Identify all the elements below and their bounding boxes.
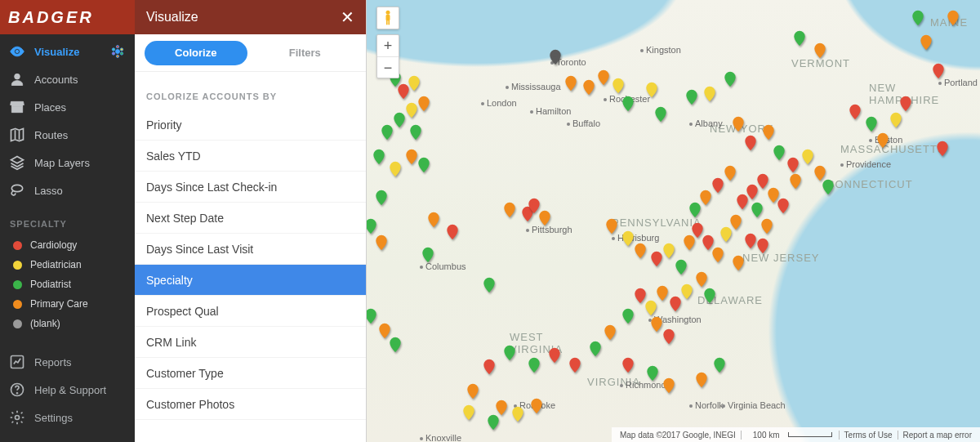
map-pin[interactable] xyxy=(444,221,461,243)
map-pin[interactable] xyxy=(371,146,387,167)
map-pin[interactable] xyxy=(722,69,738,90)
map-pin[interactable] xyxy=(898,93,914,114)
map-pin[interactable] xyxy=(711,355,728,376)
map-pin[interactable] xyxy=(546,345,563,366)
streetview-pegman[interactable] xyxy=(376,7,399,29)
map-pin[interactable] xyxy=(945,7,961,29)
map-pin[interactable] xyxy=(702,285,718,306)
map-pin[interactable] xyxy=(787,171,804,192)
nav-item-reports[interactable]: Reports xyxy=(0,348,135,376)
map-canvas[interactable]: + − NEW YORKPENNSYLVANIAMASSACHUSETTSCON… xyxy=(367,0,980,442)
terms-link[interactable]: Terms of Use xyxy=(839,431,898,440)
map-pin[interactable] xyxy=(620,93,636,114)
map-pin[interactable] xyxy=(481,356,497,377)
map-pin[interactable] xyxy=(510,404,526,425)
map-pin[interactable] xyxy=(644,363,661,384)
colorize-option[interactable]: Sales YTD xyxy=(135,141,366,172)
map-pin[interactable] xyxy=(875,130,891,151)
colorize-option[interactable]: Customer Type xyxy=(135,358,366,389)
map-pin[interactable] xyxy=(847,101,863,123)
map-pin[interactable] xyxy=(595,67,612,88)
map-pin[interactable] xyxy=(620,355,636,376)
map-pin[interactable] xyxy=(620,306,636,327)
map-pin[interactable] xyxy=(416,154,432,176)
zoom-out-button[interactable]: − xyxy=(377,56,399,78)
map-pin[interactable] xyxy=(760,122,777,143)
legend-item[interactable]: Pediatrician xyxy=(3,255,131,275)
legend-item[interactable]: Podiatrist xyxy=(3,275,131,294)
nav-item-maplayers[interactable]: Map Layers xyxy=(0,149,135,176)
map-pin[interactable] xyxy=(581,77,597,98)
map-pin[interactable] xyxy=(934,138,951,159)
map-pin[interactable] xyxy=(930,60,947,82)
nav-item-visualize[interactable]: Visualize xyxy=(0,38,135,65)
map-pin[interactable] xyxy=(775,195,791,217)
map-pin[interactable] xyxy=(661,375,677,396)
map-pin[interactable] xyxy=(465,381,481,402)
map-pin[interactable] xyxy=(812,40,828,61)
nav-item-places[interactable]: Places xyxy=(0,93,135,121)
map-pin[interactable] xyxy=(728,212,744,233)
colorize-option[interactable]: Priority xyxy=(135,109,366,141)
map-pin[interactable] xyxy=(632,240,648,261)
map-pin[interactable] xyxy=(387,334,403,355)
map-pin[interactable] xyxy=(759,216,775,237)
colorize-option[interactable]: Prospect Qual xyxy=(135,296,366,327)
map-pin[interactable] xyxy=(501,342,518,364)
colorize-option[interactable]: Customer Photos xyxy=(135,389,366,420)
map-pin[interactable] xyxy=(673,257,689,278)
map-pin[interactable] xyxy=(687,199,703,221)
map-pin[interactable] xyxy=(661,326,677,347)
map-pin[interactable] xyxy=(693,369,710,391)
legend-item[interactable]: Cardiology xyxy=(3,235,131,255)
map-pin[interactable] xyxy=(387,158,403,180)
map-pin[interactable] xyxy=(587,338,604,359)
legend-item[interactable]: Primary Care xyxy=(3,294,131,314)
map-pin[interactable] xyxy=(485,412,501,433)
nav-item-accounts[interactable]: Accounts xyxy=(0,65,135,93)
map-pin[interactable] xyxy=(408,122,424,143)
map-pin[interactable] xyxy=(379,122,395,143)
map-pin[interactable] xyxy=(710,244,726,266)
map-pin[interactable] xyxy=(501,199,518,221)
map-pin[interactable] xyxy=(684,87,700,108)
colorize-option[interactable]: Next Step Date xyxy=(135,203,366,234)
map-pin[interactable] xyxy=(755,235,771,257)
map-pin[interactable] xyxy=(526,355,542,376)
nav-item-lasso[interactable]: Lasso xyxy=(0,176,135,204)
colorize-option[interactable]: CRM Link xyxy=(135,327,366,358)
tab-colorize[interactable]: Colorize xyxy=(145,41,247,65)
map-pin[interactable] xyxy=(563,73,579,94)
map-pin[interactable] xyxy=(373,232,390,253)
map-pin[interactable] xyxy=(910,7,926,29)
nav-item-help[interactable]: Help & Support xyxy=(0,376,135,404)
map-pin[interactable] xyxy=(420,244,436,266)
map-pin[interactable] xyxy=(742,132,759,154)
nav-item-settings[interactable]: Settings xyxy=(0,404,135,431)
map-pin[interactable] xyxy=(406,73,422,94)
map-pin[interactable] xyxy=(730,252,746,274)
tab-filters[interactable]: Filters xyxy=(254,41,357,65)
map-pin[interactable] xyxy=(820,176,836,198)
report-error-link[interactable]: Report a map error xyxy=(898,431,977,440)
map-pin[interactable] xyxy=(602,322,618,343)
colorize-option[interactable]: Days Since Last Visit xyxy=(135,234,366,265)
colorize-option[interactable]: Specialty xyxy=(135,265,366,296)
map-pin[interactable] xyxy=(481,275,497,296)
map-pin[interactable] xyxy=(632,285,648,306)
map-pin[interactable] xyxy=(653,104,669,125)
map-pin[interactable] xyxy=(604,216,620,237)
map-pin[interactable] xyxy=(644,79,660,100)
map-pin[interactable] xyxy=(547,47,564,68)
map-pin[interactable] xyxy=(567,355,583,376)
map-pin[interactable] xyxy=(528,395,545,417)
map-pin[interactable] xyxy=(425,209,442,230)
map-pin[interactable] xyxy=(373,187,390,208)
map-pin[interactable] xyxy=(461,402,477,423)
map-pin[interactable] xyxy=(791,28,808,49)
zoom-in-button[interactable]: + xyxy=(377,35,399,56)
close-icon[interactable]: ✕ xyxy=(341,9,354,25)
legend-item[interactable]: (blank) xyxy=(3,314,131,333)
map-pin[interactable] xyxy=(537,208,553,229)
nav-item-routes[interactable]: Routes xyxy=(0,121,135,149)
